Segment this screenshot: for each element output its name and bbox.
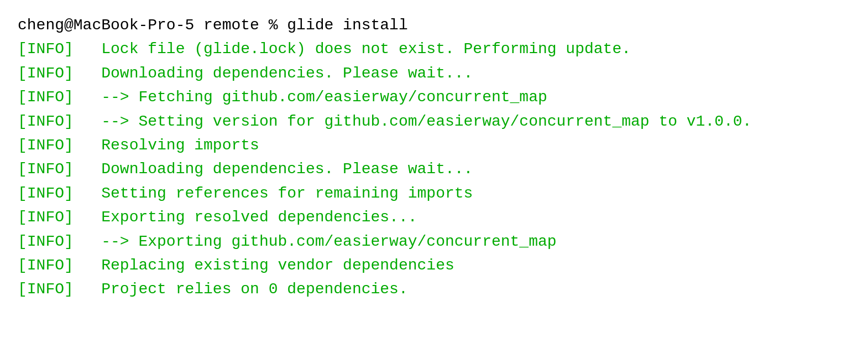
info-tag: [INFO] <box>18 37 74 61</box>
terminal-line: [INFO] --> Fetching github.com/easierway… <box>18 85 850 109</box>
info-tag: [INFO] <box>18 253 74 277</box>
info-tag: [INFO] <box>18 277 74 301</box>
terminal-line: [INFO] Replacing existing vendor depende… <box>18 253 850 277</box>
terminal-output: cheng@MacBook-Pro-5 remote % glide insta… <box>18 13 850 302</box>
info-message: --> Setting version for github.com/easie… <box>74 110 752 133</box>
terminal-line: cheng@MacBook-Pro-5 remote % glide insta… <box>18 13 850 37</box>
info-tag: [INFO] <box>18 85 74 109</box>
info-message: Lock file (glide.lock) does not exist. P… <box>74 37 631 61</box>
terminal-line: [INFO] Exporting resolved dependencies..… <box>18 205 850 229</box>
terminal-line: [INFO] Setting references for remaining … <box>18 182 850 205</box>
info-message: Project relies on 0 dependencies. <box>74 277 408 301</box>
info-tag: [INFO] <box>18 61 74 85</box>
info-message: Exporting resolved dependencies... <box>74 205 417 229</box>
terminal-line: [INFO] --> Exporting github.com/easierwa… <box>18 230 850 253</box>
info-message: --> Fetching github.com/easierway/concur… <box>74 85 547 109</box>
terminal-line: [INFO] Project relies on 0 dependencies. <box>18 277 850 301</box>
info-tag: [INFO] <box>18 133 74 157</box>
info-tag: [INFO] <box>18 205 74 229</box>
terminal-line: [INFO] Lock file (glide.lock) does not e… <box>18 37 850 61</box>
terminal-line: [INFO] --> Setting version for github.co… <box>18 110 850 133</box>
info-tag: [INFO] <box>18 230 74 253</box>
info-tag: [INFO] <box>18 157 74 181</box>
info-tag: [INFO] <box>18 182 74 205</box>
command-prompt: cheng@MacBook-Pro-5 remote % glide insta… <box>18 13 408 37</box>
info-message: Setting references for remaining imports <box>74 182 473 205</box>
terminal-line: [INFO] Resolving imports <box>18 133 850 157</box>
info-message: Resolving imports <box>74 133 259 157</box>
info-tag: [INFO] <box>18 110 74 133</box>
terminal-line: [INFO] Downloading dependencies. Please … <box>18 61 850 85</box>
info-message: Replacing existing vendor dependencies <box>74 253 454 277</box>
info-message: --> Exporting github.com/easierway/concu… <box>74 230 557 253</box>
terminal-line: [INFO] Downloading dependencies. Please … <box>18 157 850 181</box>
info-message: Downloading dependencies. Please wait... <box>74 157 473 181</box>
info-message: Downloading dependencies. Please wait... <box>74 61 473 85</box>
